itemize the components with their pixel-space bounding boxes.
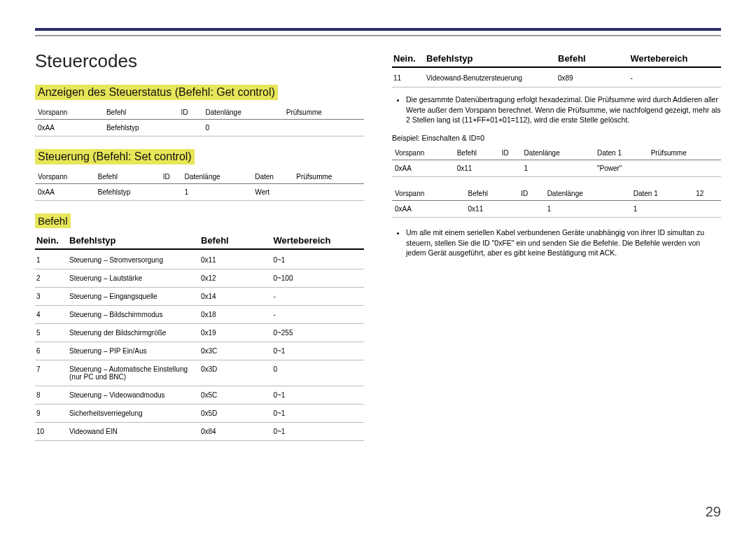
heading-set-control: Steuerung (Befehl: Set control) — [35, 149, 195, 164]
table-row: 11Videowand-Benutzersteuerung0x89- — [392, 69, 721, 87]
cmd-table-body: 1Steuerung – Stromversorgung0x110~12Steu… — [35, 251, 364, 441]
page-container: Steuercodes Anzeigen des Steuerstatus (B… — [0, 0, 756, 473]
th: Befehl — [104, 106, 178, 120]
table-row: 2Steuerung – Lautstärke0x120~100 — [35, 269, 364, 288]
cmd-table-body-right: 11Videowand-Benutzersteuerung0x89- — [392, 69, 721, 87]
left-column: Steuercodes Anzeigen des Steuerstatus (B… — [35, 50, 364, 452]
table-row: 0xAA Befehlstyp 0 — [35, 120, 364, 136]
cmd-table-header: Nein. Befehlstyp Befehl Wertebereich — [35, 232, 364, 250]
heading-befehl: Befehl — [35, 213, 71, 228]
th: Vorspann — [35, 106, 104, 120]
note-item: Die gesammte Datenübertragung erfolgt he… — [406, 94, 721, 125]
th: Prüfsumme — [284, 106, 364, 120]
th: Datenlänge — [181, 170, 252, 184]
th: ID — [178, 106, 202, 120]
note-list-2: Um alle mit einem seriellen Kabel verbun… — [392, 227, 721, 258]
th: ID — [160, 170, 182, 184]
header-rule — [35, 28, 721, 36]
th: Befehl — [95, 170, 160, 184]
example-table-1: Vorspann Befehl ID Datenlänge Daten 1 Pr… — [392, 146, 721, 177]
note-item: Um alle mit einem seriellen Kabel verbun… — [406, 227, 721, 258]
table-row: 4Steuerung – Bildschirmmodus0x18- — [35, 306, 364, 324]
table-set-control: Vorspann Befehl ID Datenlänge Daten Prüf… — [35, 170, 364, 201]
th: Datenlänge — [203, 106, 284, 120]
cmd-table-header-right: Nein. Befehlstyp Befehl Wertebereich — [392, 50, 721, 68]
table-row: 8Steuerung – Videowandmodus0x5C0~1 — [35, 386, 364, 405]
section-befehl: Befehl Nein. Befehlstyp Befehl Wertebere… — [35, 213, 364, 441]
section-set-control: Steuerung (Befehl: Set control) Vorspann… — [35, 149, 364, 201]
heading-get-control: Anzeigen des Steuerstatus (Befehl: Get c… — [35, 85, 278, 100]
two-column-layout: Steuercodes Anzeigen des Steuerstatus (B… — [35, 50, 721, 452]
table-row: 6Steuerung – PIP Ein/Aus0x3C0~1 — [35, 342, 364, 360]
note-list-1: Die gesammte Datenübertragung erfolgt he… — [392, 94, 721, 125]
table-row: 9Sicherheitsverriegelung0x5D0~1 — [35, 405, 364, 423]
th: Vorspann — [35, 170, 95, 184]
right-column: Nein. Befehlstyp Befehl Wertebereich 11V… — [392, 50, 721, 452]
table-get-control: Vorspann Befehl ID Datenlänge Prüfsumme … — [35, 106, 364, 136]
table-row: 10Videowand EIN0x840~1 — [35, 423, 364, 441]
th: Daten — [252, 170, 293, 184]
th: Prüfsumme — [293, 170, 364, 184]
table-row: 3Steuerung – Eingangsquelle0x14- — [35, 288, 364, 306]
table-row: 0xAA Befehlstyp 1 Wert — [35, 184, 364, 201]
table-row: 0xAA 0x11 1 "Power" — [392, 160, 721, 177]
section-get-control: Anzeigen des Steuerstatus (Befehl: Get c… — [35, 85, 364, 136]
table-row: 7Steuerung – Automatische Einstellung (n… — [35, 360, 364, 386]
example-table-2: Vorspann Befehl ID Datenlänge Daten 1 12… — [392, 187, 721, 218]
page-number: 29 — [706, 504, 721, 520]
page-title: Steuercodes — [35, 50, 364, 72]
example-label: Beispiel: Einschalten & ID=0 — [392, 134, 721, 142]
table-row: 5Steuerung der Bildschirmgröße0x190~255 — [35, 324, 364, 342]
table-row: 0xAA 0x11 1 1 — [392, 201, 721, 218]
table-row: 1Steuerung – Stromversorgung0x110~1 — [35, 251, 364, 269]
